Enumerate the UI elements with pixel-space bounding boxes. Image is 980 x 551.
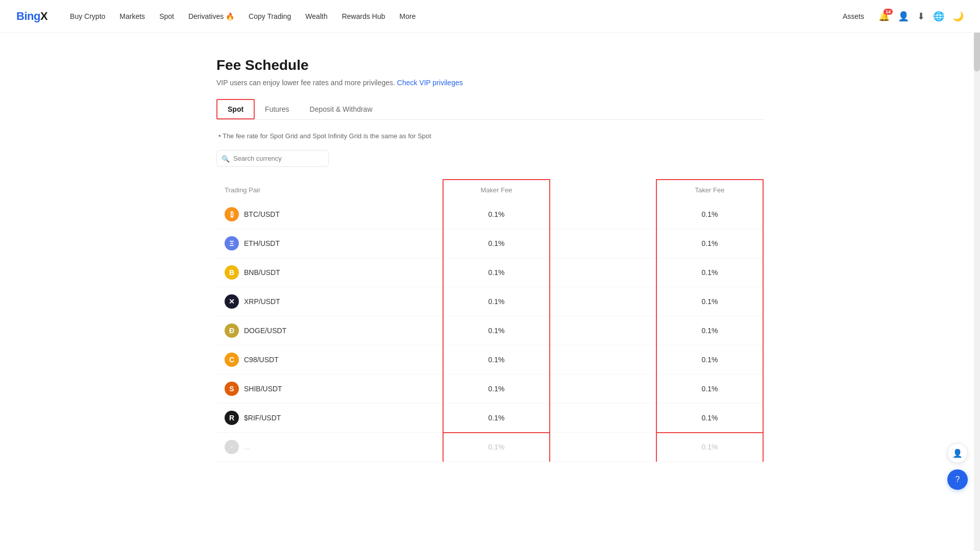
maker-fee-value: 0.1% — [443, 258, 550, 287]
table-row: Ð DOGE/USDT 0.1% 0.1% — [216, 316, 763, 345]
pair-label: BTC/USDT — [244, 210, 280, 218]
fee-table: Trading Pair Maker Fee Taker Fee ₿ BTC/U… — [216, 179, 764, 462]
nav-markets[interactable]: Markets — [113, 8, 151, 24]
maker-fee-value: 0.1% — [443, 200, 550, 229]
trading-pair-cell: S SHIB/USDT — [225, 382, 434, 396]
table-row: Ξ ETH/USDT 0.1% 0.1% — [216, 229, 763, 258]
header-right: Assets 🔔 14 👤 ⬇ 🌐 🌙 — [837, 9, 964, 23]
nav-buy-crypto[interactable]: Buy Crypto — [64, 8, 111, 24]
taker-fee-value: 0.1% — [656, 345, 763, 374]
fire-icon: 🔥 — [226, 12, 234, 20]
trading-pair-cell: B BNB/USDT — [225, 265, 434, 280]
theme-toggle-icon[interactable]: 🌙 — [952, 11, 964, 22]
pair-label: XRP/USDT — [244, 297, 280, 306]
scrollbar-track[interactable] — [974, 0, 980, 551]
profile-icon[interactable]: 👤 — [898, 11, 909, 22]
coin-icon: S — [225, 382, 239, 396]
maker-fee-value: 0.1% — [443, 316, 550, 345]
coin-icon: Ð — [225, 323, 239, 338]
assets-button[interactable]: Assets — [837, 9, 870, 23]
taker-fee-value: 0.1% — [656, 374, 763, 404]
fee-table-body: ₿ BTC/USDT 0.1% 0.1% Ξ ETH/USDT 0.1% 0.1… — [216, 200, 763, 462]
vip-privileges-link[interactable]: Check VIP privileges — [397, 79, 463, 87]
nav-rewards-hub[interactable]: Rewards Hub — [336, 8, 391, 24]
pair-label: $RIF/USDT — [244, 414, 281, 422]
maker-fee-value: 0.1% — [443, 345, 550, 374]
nav-wealth[interactable]: Wealth — [299, 8, 333, 24]
taker-fee-value: 0.1% — [656, 404, 763, 433]
table-row: C C98/USDT 0.1% 0.1% — [216, 345, 763, 374]
fee-tabs: Spot Futures Deposit & Withdraw — [216, 99, 764, 120]
table-row: S SHIB/USDT 0.1% 0.1% — [216, 374, 763, 404]
taker-fee-value: 0.1% — [656, 287, 763, 316]
trading-pair-cell: C C98/USDT — [225, 353, 434, 367]
scrollbar-thumb[interactable] — [974, 31, 980, 71]
trading-pair-cell: R $RIF/USDT — [225, 411, 434, 425]
pair-label: SHIB/USDT — [244, 385, 282, 393]
nav-more[interactable]: More — [394, 8, 422, 24]
page-subtitle: VIP users can enjoy lower fee rates and … — [216, 79, 764, 87]
logo[interactable]: BingX — [16, 10, 47, 23]
floating-buttons: 👤 ? — [947, 443, 968, 490]
nav-derivatives[interactable]: Derivatives 🔥 — [182, 8, 240, 24]
trading-pair-cell: ₿ BTC/USDT — [225, 207, 434, 221]
taker-fee-value: 0.1% — [656, 316, 763, 345]
main-nav: Buy Crypto Markets Spot Derivatives 🔥 Co… — [64, 8, 837, 24]
table-row: B BNB/USDT 0.1% 0.1% — [216, 258, 763, 287]
page-title: Fee Schedule — [216, 57, 764, 73]
trading-pair-cell: Ð DOGE/USDT — [225, 323, 434, 338]
maker-fee-value: 0.1% — [443, 287, 550, 316]
taker-fee-value: 0.1% — [656, 229, 763, 258]
table-row: · ... 0.1% 0.1% — [216, 433, 763, 462]
table-row: ✕ XRP/USDT 0.1% 0.1% — [216, 287, 763, 316]
nav-spot[interactable]: Spot — [153, 8, 180, 24]
col-trading-pair: Trading Pair — [216, 180, 443, 200]
nav-copy-trading[interactable]: Copy Trading — [242, 8, 297, 24]
search-container: 🔍 — [216, 150, 329, 167]
pair-label: DOGE/USDT — [244, 327, 286, 335]
pair-label: C98/USDT — [244, 356, 279, 364]
table-row: ₿ BTC/USDT 0.1% 0.1% — [216, 200, 763, 229]
maker-fee-value: 0.1% — [443, 374, 550, 404]
tab-futures[interactable]: Futures — [255, 99, 299, 119]
help-button[interactable]: ? — [947, 469, 968, 490]
header: BingX Buy Crypto Markets Spot Derivative… — [0, 0, 980, 33]
coin-icon: Ξ — [225, 236, 239, 251]
search-icon: 🔍 — [222, 155, 230, 162]
coin-icon: C — [225, 353, 239, 367]
tab-deposit-withdraw[interactable]: Deposit & Withdraw — [300, 99, 383, 119]
page-wrapper: BingX Buy Crypto Markets Spot Derivative… — [0, 0, 980, 551]
coin-icon: ₿ — [225, 207, 239, 221]
notification-icon[interactable]: 🔔 14 — [878, 11, 890, 22]
main-content: Fee Schedule VIP users can enjoy lower f… — [184, 33, 796, 486]
download-icon[interactable]: ⬇ — [917, 11, 925, 22]
table-header-row: Trading Pair Maker Fee Taker Fee — [216, 180, 763, 200]
coin-icon: ✕ — [225, 294, 239, 309]
spot-note: • The fee rate for Spot Grid and Spot In… — [216, 132, 764, 140]
taker-fee-value: 0.1% — [656, 200, 763, 229]
pair-label: ETH/USDT — [244, 239, 280, 247]
col-spacer — [550, 180, 656, 200]
pair-label: BNB/USDT — [244, 268, 280, 277]
col-maker-fee: Maker Fee — [443, 180, 550, 200]
notification-badge: 14 — [884, 9, 893, 15]
coin-icon: B — [225, 265, 239, 280]
search-input[interactable] — [216, 150, 329, 167]
trading-pair-cell: ✕ XRP/USDT — [225, 294, 434, 309]
taker-fee-value: 0.1% — [656, 258, 763, 287]
maker-fee-value: 0.1% — [443, 229, 550, 258]
col-taker-fee: Taker Fee — [656, 180, 763, 200]
language-icon[interactable]: 🌐 — [933, 11, 944, 22]
tab-spot[interactable]: Spot — [216, 99, 255, 119]
coin-icon: R — [225, 411, 239, 425]
agent-button[interactable]: 👤 — [947, 443, 968, 463]
trading-pair-cell: Ξ ETH/USDT — [225, 236, 434, 251]
maker-fee-value: 0.1% — [443, 404, 550, 433]
table-row: R $RIF/USDT 0.1% 0.1% — [216, 404, 763, 433]
